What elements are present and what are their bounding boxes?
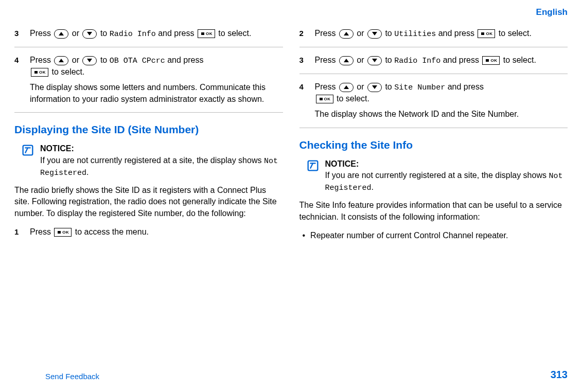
step-number: 3 — [14, 28, 24, 40]
notice-box: NOTICE: If you are not currently registe… — [306, 158, 568, 193]
text: and press — [438, 29, 477, 38]
menu-item-label: Radio Info — [110, 30, 156, 39]
step-number: 3 — [299, 55, 309, 66]
down-arrow-key-icon — [367, 29, 382, 39]
down-arrow-key-icon — [367, 83, 382, 92]
step-body: Press or to Utilities and press OK to se… — [315, 28, 568, 40]
menu-item-label: Utilities — [394, 30, 436, 39]
instruction-step: 3 Press or to Radio Info and press OK to… — [14, 28, 283, 47]
text: . — [86, 168, 89, 176]
page-number: 313 — [551, 367, 568, 382]
instruction-step: 2 Press or to Utilities and press OK to … — [299, 28, 568, 47]
text: Press — [30, 29, 53, 38]
text: Repeater number of current Control Chann… — [310, 230, 508, 241]
page-footer: Send Feedback 313 — [14, 367, 568, 382]
text: Press — [30, 227, 53, 236]
text: to — [100, 56, 110, 64]
text: to select. — [503, 56, 536, 64]
ok-key-icon: OK — [198, 29, 215, 38]
text: Press — [315, 29, 338, 38]
text: to — [385, 56, 394, 64]
step-body: Press OK to access the menu. — [30, 226, 283, 238]
right-column: 2 Press or to Utilities and press OK to … — [299, 28, 568, 253]
up-arrow-key-icon — [339, 56, 354, 65]
text: and press — [158, 29, 197, 38]
ok-key-icon: OK — [31, 68, 48, 77]
text: and press — [443, 56, 482, 64]
text: or — [72, 56, 82, 64]
down-arrow-key-icon — [82, 29, 97, 39]
notice-icon — [306, 158, 320, 173]
ok-key-icon: OK — [54, 228, 72, 237]
text: If you are not currently registered at a… — [40, 156, 264, 165]
page-header-language: English — [14, 6, 568, 19]
text: to select. — [51, 67, 84, 76]
text: Press — [315, 56, 338, 64]
ok-key-icon: OK — [482, 56, 500, 65]
step-body: Press or to Radio Info and press OK to s… — [315, 55, 568, 66]
ok-key-icon: OK — [478, 29, 495, 38]
down-arrow-key-icon — [367, 56, 382, 65]
text: If you are not currently registered at a… — [325, 171, 549, 180]
step-number: 4 — [14, 55, 24, 105]
text: and press — [448, 82, 484, 91]
send-feedback-link[interactable]: Send Feedback — [45, 371, 99, 382]
text: Press — [30, 56, 53, 64]
text: or — [357, 82, 366, 91]
up-arrow-key-icon — [339, 83, 354, 92]
paragraph: The radio briefly shows the Site ID as i… — [14, 185, 283, 219]
text: . — [372, 183, 374, 191]
section-heading: Displaying the Site ID (Site Number) — [14, 122, 283, 137]
step-number: 2 — [299, 28, 309, 40]
step-body: Press or to Radio Info and press OK to s… — [30, 28, 283, 40]
menu-item-label: Radio Info — [394, 57, 440, 65]
step-number: 4 — [299, 81, 309, 120]
text: to — [385, 29, 394, 38]
text: or — [72, 29, 82, 38]
text: Press — [315, 82, 338, 91]
notice-title: NOTICE: — [40, 143, 283, 154]
notice-icon — [21, 143, 35, 157]
menu-item-label: OB OTA CPcrc — [110, 57, 165, 65]
up-arrow-key-icon — [54, 29, 68, 39]
text: to select. — [337, 94, 369, 103]
step-result-text: The display shows some letters and numbe… — [30, 82, 283, 105]
text: or — [357, 56, 366, 64]
notice-body: NOTICE: If you are not currently registe… — [40, 143, 283, 178]
svg-rect-0 — [23, 146, 33, 155]
left-column: 3 Press or to Radio Info and press OK to… — [14, 28, 283, 253]
step-number: 1 — [14, 226, 24, 238]
paragraph: The Site Info feature provides informati… — [299, 200, 568, 223]
section-heading: Checking the Site Info — [299, 137, 568, 152]
instruction-step: 3 Press or to Radio Info and press OK to… — [299, 55, 568, 74]
text: to select. — [218, 29, 251, 38]
svg-rect-1 — [308, 161, 318, 171]
instruction-step: 4 Press or to OB OTA CPcrc and press OK … — [14, 55, 283, 113]
text: to access the menu. — [75, 227, 149, 236]
ok-key-icon: OK — [316, 95, 333, 103]
step-result-text: The display shows the Network ID and the… — [315, 109, 568, 120]
text: to — [100, 29, 110, 38]
bullet-list: Repeater number of current Control Chann… — [299, 230, 568, 241]
step-body: Press or to Site Number and press OK to … — [315, 81, 568, 120]
text: and press — [167, 56, 203, 64]
text: to select. — [499, 29, 532, 38]
instruction-step: 1 Press OK to access the menu. — [14, 226, 283, 245]
content-columns: 3 Press or to Radio Info and press OK to… — [14, 28, 568, 253]
text: or — [357, 29, 366, 38]
up-arrow-key-icon — [339, 29, 354, 39]
text: to — [385, 82, 394, 91]
menu-item-label: Site Number — [394, 83, 445, 92]
notice-title: NOTICE: — [325, 158, 568, 170]
list-item: Repeater number of current Control Chann… — [299, 230, 568, 241]
up-arrow-key-icon — [54, 56, 68, 65]
instruction-step: 4 Press or to Site Number and press OK t… — [299, 81, 568, 128]
notice-box: NOTICE: If you are not currently registe… — [21, 143, 283, 178]
notice-body: NOTICE: If you are not currently registe… — [325, 158, 568, 193]
down-arrow-key-icon — [82, 56, 97, 65]
step-body: Press or to OB OTA CPcrc and press OK to… — [30, 55, 283, 105]
